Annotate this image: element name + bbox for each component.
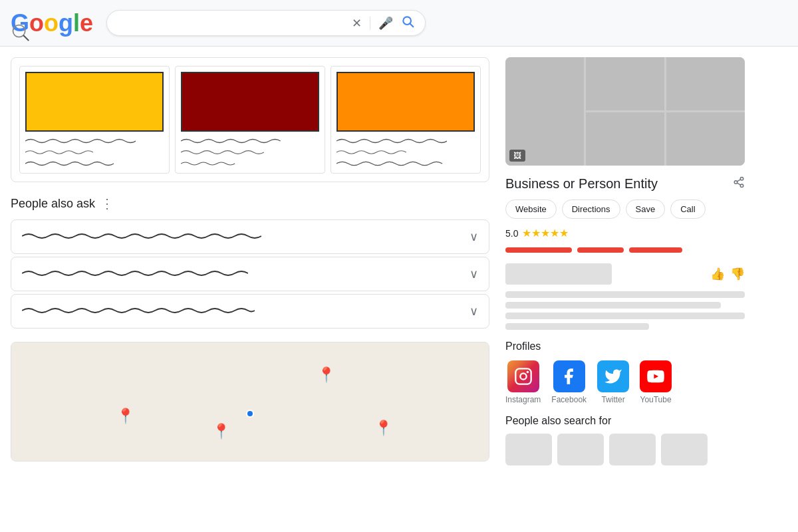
rating-stars: ★★★★★ — [522, 227, 569, 239]
review-bar-3 — [629, 247, 682, 253]
map-pin-2: 📍 — [317, 366, 335, 384]
photo-cell-top-mid — [586, 57, 664, 110]
header: Google ✕ 🎤 — [0, 0, 798, 47]
paa-expand-icon-2: ∨ — [469, 267, 478, 281]
logo-o1: o — [29, 9, 44, 37]
svg-line-8 — [737, 180, 740, 182]
logo-g2: g — [59, 9, 73, 37]
instagram-label: Instagram — [505, 395, 541, 404]
review-line-1 — [505, 291, 745, 298]
review-thumbs: 👍 👎 — [710, 267, 745, 281]
search-input[interactable] — [118, 17, 352, 29]
instagram-icon — [507, 360, 539, 392]
paa-question-1 — [22, 231, 469, 242]
color-swatch-orange — [336, 72, 475, 132]
action-buttons: Website Directions Save Call — [505, 200, 745, 219]
call-button[interactable]: Call — [670, 200, 705, 219]
review-line-2 — [505, 302, 721, 309]
pasf-section: People also search for — [505, 415, 745, 466]
profiles-grid: Instagram Facebook — [505, 360, 745, 404]
review-placeholder-bar — [505, 263, 612, 285]
photo-gallery[interactable] — [505, 57, 745, 166]
rating-row: 5.0 ★★★★★ — [505, 227, 745, 239]
review-text-lines — [505, 291, 745, 330]
google-logo[interactable]: Google — [11, 9, 93, 37]
paa-header: People also ask ⋮ — [11, 196, 489, 211]
review-section: 👍 👎 — [505, 263, 745, 330]
review-bar-2 — [577, 247, 624, 253]
profile-instagram[interactable]: Instagram — [505, 360, 541, 404]
website-button[interactable]: Website — [505, 200, 557, 219]
map-pin-3: 📍 — [212, 423, 230, 440]
profile-facebook[interactable]: Facebook — [551, 360, 587, 404]
logo-l: l — [73, 9, 80, 37]
pasf-item-1[interactable] — [505, 434, 552, 466]
twitter-label: Twitter — [601, 395, 624, 404]
svg-line-3 — [410, 24, 414, 27]
map-user-location — [246, 410, 254, 418]
search-bar: ✕ 🎤 — [106, 10, 426, 36]
facebook-icon — [553, 360, 585, 392]
search-icons: ✕ 🎤 — [352, 15, 414, 31]
review-bar-1 — [505, 247, 572, 253]
photo-gallery-icon: 🖼 — [509, 150, 525, 162]
pasf-item-2[interactable] — [557, 434, 604, 466]
pasf-title: People also search for — [505, 415, 745, 427]
paa-item-3[interactable]: ∨ — [11, 294, 489, 329]
map-background: 📍 📍 📍 📍 — [11, 342, 489, 461]
svg-rect-9 — [515, 368, 531, 384]
search-button-icon[interactable] — [401, 15, 414, 31]
pasf-item-4[interactable] — [661, 434, 708, 466]
entity-title: Business or Person Entity — [505, 176, 658, 192]
review-header-row: 👍 👎 — [505, 263, 745, 285]
paa-question-3 — [22, 306, 469, 317]
thumbs-up-icon[interactable]: 👍 — [710, 267, 725, 281]
sketch-text-2 — [181, 137, 319, 168]
paa-item-1[interactable]: ∨ — [11, 219, 489, 254]
save-button[interactable]: Save — [626, 200, 666, 219]
review-line-3 — [505, 313, 745, 319]
profile-twitter[interactable]: Twitter — [597, 360, 629, 404]
rating-value: 5.0 — [505, 228, 518, 239]
paa-expand-icon-3: ∨ — [469, 304, 478, 319]
photo-cell-top-right — [666, 57, 745, 110]
pasf-grid — [505, 434, 745, 466]
right-column: 🖼 Business or Person Entity Website Dire… — [505, 57, 745, 466]
profiles-title: Profiles — [505, 340, 745, 352]
color-swatch-yellow — [25, 72, 164, 132]
magnifier-icon — [11, 23, 29, 41]
paa-title: People also ask — [11, 197, 95, 211]
microphone-icon[interactable]: 🎤 — [378, 16, 393, 31]
thumbs-down-icon[interactable]: 👎 — [730, 267, 745, 281]
paa-item-2[interactable]: ∨ — [11, 257, 489, 291]
profiles-section: Profiles Instagram — [505, 340, 745, 404]
sketch-text-1 — [25, 137, 164, 168]
share-icon[interactable] — [733, 176, 745, 192]
image-results-grid — [11, 57, 489, 182]
logo-e: e — [80, 9, 93, 37]
image-card-1[interactable] — [19, 66, 170, 174]
map-section[interactable]: 📍 📍 📍 📍 — [11, 342, 489, 462]
clear-icon[interactable]: ✕ — [352, 16, 362, 31]
svg-point-10 — [520, 373, 526, 379]
svg-line-7 — [737, 183, 740, 185]
people-also-ask-section: People also ask ⋮ ∨ ∨ — [11, 196, 489, 329]
pasf-item-3[interactable] — [609, 434, 656, 466]
review-bars — [505, 247, 745, 253]
twitter-icon — [597, 360, 629, 392]
profile-youtube[interactable]: YouTube — [640, 360, 672, 404]
divider — [370, 17, 370, 30]
youtube-label: YouTube — [640, 395, 671, 404]
photo-cell-bot-mid — [586, 112, 664, 166]
image-card-2[interactable] — [175, 66, 325, 174]
paa-more-options[interactable]: ⋮ — [100, 196, 114, 211]
directions-button[interactable]: Directions — [562, 200, 620, 219]
photo-cell-bot-right — [666, 112, 745, 166]
image-card-3[interactable] — [331, 66, 481, 174]
entity-header: Business or Person Entity — [505, 176, 745, 192]
map-pin-1: 📍 — [116, 408, 134, 425]
svg-line-1 — [24, 35, 29, 40]
svg-point-11 — [526, 371, 529, 374]
facebook-label: Facebook — [551, 395, 587, 404]
sketch-text-3 — [336, 137, 475, 168]
